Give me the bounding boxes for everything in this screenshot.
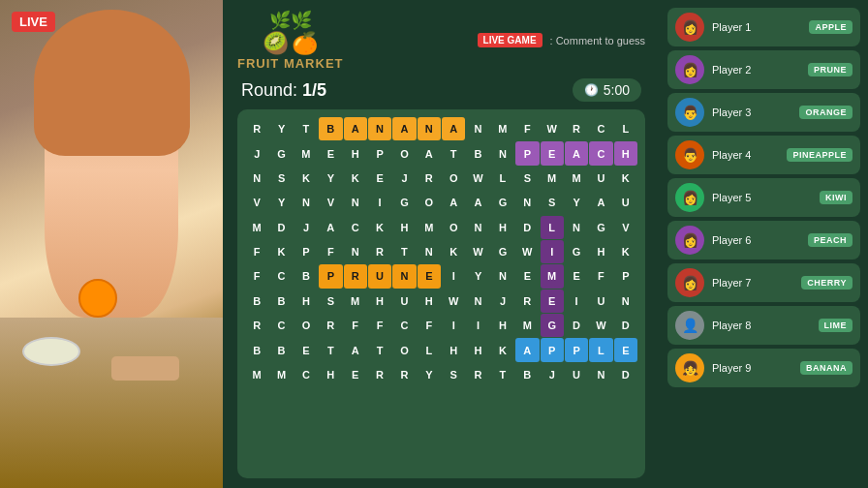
grid-cell: P [565,338,588,361]
grid-cell: B [245,338,268,361]
grid-cell: N [368,117,391,140]
grid-cell: M [541,167,564,190]
grid-cell: N [614,290,637,313]
grid-cell: L [614,117,637,140]
grid-cell: N [491,141,514,165]
grid-cell: N [515,191,539,214]
grid-cell: U [589,167,612,190]
grid-cell: O [442,216,465,239]
grid-cell: Y [418,363,441,386]
player-row: 👩Player 6PEACH [667,221,860,259]
grid-cell: D [269,216,293,239]
grid-cell: W [466,240,489,263]
player-name: Player 9 [712,362,792,374]
player-guess: APPLE [809,20,852,34]
grid-cell: N [491,264,514,288]
grid-cell: F [589,264,612,288]
grid-cell: F [245,264,268,288]
grid-cell: C [392,314,416,337]
player-name: Player 2 [712,64,800,76]
grid-cell: H [491,314,514,337]
grid-cell: C [344,216,367,239]
grid-cell: T [442,141,465,165]
player-guess: BANANA [800,361,852,375]
round-row: Round: 1/5 🕐 5:00 [237,78,645,102]
player-avatar: 👧 [675,353,704,382]
grid-cell: E [541,290,564,313]
grid-cell: E [418,264,441,288]
grid-cell: T [392,240,416,263]
grid-cell: K [269,240,293,263]
player-avatar: 👤 [675,311,704,340]
grid-cell: C [589,141,612,165]
grid-cell: I [442,314,465,337]
grid-cell: T [368,338,391,361]
grid-cell: H [368,290,391,313]
grid-cell: N [589,363,612,386]
grid-cell: D [515,216,539,239]
grid-cell: V [245,191,268,214]
grid-cell: G [565,240,588,263]
grid-cell: N [418,117,441,140]
grid-cell: N [294,191,318,214]
grid-cell: J [491,290,514,313]
grid-cell: L [491,167,514,190]
grid-cell: I [541,240,564,263]
grid-cell: M [541,264,564,288]
grid-cell: Y [269,191,293,214]
grid-cell: P [294,240,318,263]
player-avatar: 👨 [675,140,704,169]
player-guess: ORANGE [799,106,852,119]
grid-cell: B [269,290,293,313]
grid-cell: J [294,216,318,239]
grid-cell: G [491,191,514,214]
grid-cell: W [442,290,465,313]
grid-cell: F [245,240,268,263]
round-display: Round: 1/5 [241,80,326,101]
grid-cell: I [466,314,489,337]
grid-cell: G [541,314,564,337]
grid-cell: L [418,338,441,361]
grid-cell: H [418,290,441,313]
player-name: Player 7 [712,277,793,289]
grid-cell: O [294,314,318,337]
grid-cell: E [368,167,391,190]
grid-cell: H [294,290,318,313]
grid-cell: P [319,264,342,288]
player-guess: CHERRY [801,276,852,290]
grid-cell: K [442,240,465,263]
stream-image: LIVE [0,0,223,488]
game-panel: 🌿🌿 🥝 🍊 FRUIT MARKET LIVE GAME : Comment … [223,0,660,488]
grid-cell: E [319,141,342,165]
player-name: Player 8 [712,320,811,331]
grid-cell: N [344,240,367,263]
grid-cell: K [294,167,318,190]
player-avatar: 👩 [675,268,704,297]
grid-cell: B [269,338,293,361]
grid-cell: H [466,338,489,361]
player-avatar: 👩 [675,183,704,212]
grid-cell: N [466,290,489,313]
grid-cell: M [344,290,367,313]
grid-cell: H [491,216,514,239]
player-row: 👩Player 5KIWI [667,178,860,217]
grid-cell: C [269,314,293,337]
timer-display: 5:00 [604,82,630,98]
grid-cell: N [245,167,268,190]
grid-cell: P [541,338,564,361]
player-row: 👩Player 2PRUNE [667,50,860,89]
grid-cell: O [392,338,416,361]
grid-cell: E [541,141,564,165]
player-avatar: 👩 [675,55,704,84]
grid-cell: M [515,314,539,337]
player-name: Player 6 [712,234,800,246]
grid-cell: G [589,216,612,239]
grid-cell: F [418,314,441,337]
player-name: Player 1 [712,21,801,33]
grid-cell: A [344,117,367,140]
grid-cell: G [392,191,416,214]
grid-cell: D [565,314,588,337]
word-grid: RYTBANANANMFWRCLJGMEHPOATBNPEACHNSKYKEJR… [245,117,637,386]
grid-cell: M [491,117,514,140]
grid-cell: B [319,117,342,140]
